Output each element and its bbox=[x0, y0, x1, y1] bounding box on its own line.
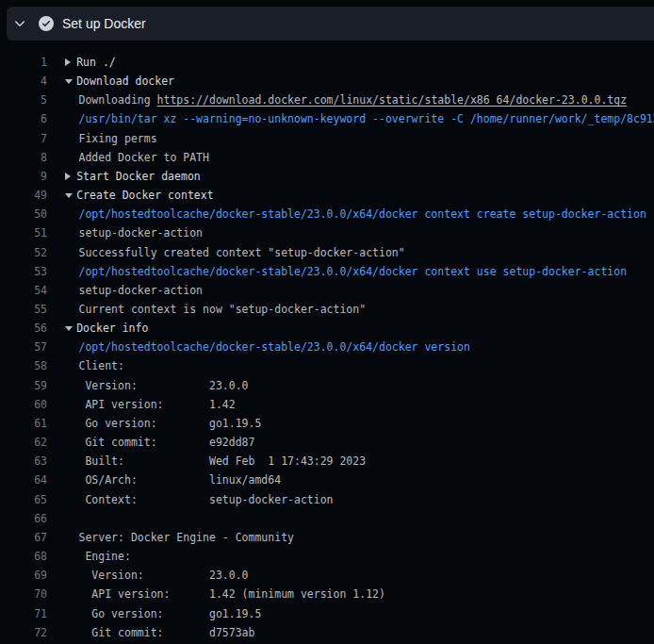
step-header[interactable]: Set up Docker bbox=[7, 7, 654, 41]
line-number[interactable]: 68 bbox=[0, 550, 47, 563]
log-text-segment: Git commit: e92dd87 bbox=[79, 436, 255, 449]
line-number[interactable]: 51 bbox=[0, 226, 47, 239]
group-header[interactable]: Download docker bbox=[65, 74, 174, 88]
group-header[interactable]: Docker info bbox=[65, 322, 148, 335]
triangle-right-icon[interactable] bbox=[65, 58, 76, 66]
log-row: 64 OS/Arch: linux/amd64 bbox=[0, 471, 654, 489]
log-row: 62 Git commit: e92dd87 bbox=[0, 433, 654, 452]
log-text: Current context is now "setup-docker-act… bbox=[79, 303, 367, 316]
log-link[interactable]: https://download.docker.com/linux/static… bbox=[157, 93, 628, 107]
group-title: Start Docker daemon bbox=[76, 170, 201, 183]
line-number[interactable]: 58 bbox=[0, 359, 47, 372]
log-command-text: /usr/bin/tar xz --warning=no-unknown-key… bbox=[79, 112, 654, 125]
group-header[interactable]: Create Docker context bbox=[65, 189, 214, 202]
triangle-down-icon[interactable] bbox=[65, 326, 76, 331]
check-circle-icon bbox=[39, 16, 54, 31]
line-number[interactable]: 54 bbox=[0, 284, 47, 297]
log-text-segment: Current context is now "setup-docker-act… bbox=[79, 303, 367, 316]
log-text-segment: Version: 23.0.0 bbox=[79, 379, 249, 392]
log-text-segment: API version: 1.42 bbox=[79, 398, 236, 411]
log-text: API version: 1.42 (minimum version 1.12) bbox=[79, 587, 385, 601]
group-header[interactable]: Start Docker daemon bbox=[65, 170, 201, 183]
line-number[interactable]: 49 bbox=[0, 189, 47, 202]
line-number[interactable]: 64 bbox=[0, 473, 47, 487]
triangle-down-icon[interactable] bbox=[65, 193, 76, 198]
line-number[interactable]: 1 bbox=[0, 56, 47, 69]
log-text: OS/Arch: linux/amd64 bbox=[79, 473, 282, 487]
log-row: 1Run ./ bbox=[0, 53, 654, 72]
log-text: Context: setup-docker-action bbox=[79, 493, 334, 506]
triangle-right-icon[interactable] bbox=[65, 173, 76, 180]
log-row: 55Current context is now "setup-docker-a… bbox=[0, 300, 654, 319]
line-number[interactable]: 7 bbox=[0, 132, 47, 145]
log-text: API version: 1.42 bbox=[79, 398, 236, 411]
log-row: 8Added Docker to PATH bbox=[0, 148, 654, 167]
log-row: 66 bbox=[0, 509, 654, 528]
log-text-segment: Git commit: d7573ab bbox=[79, 626, 255, 639]
log-row: 5Downloading https://download.docker.com… bbox=[0, 91, 654, 109]
log-row: 58Client: bbox=[0, 356, 654, 375]
log-text: Git commit: e92dd87 bbox=[79, 436, 255, 449]
line-number[interactable]: 55 bbox=[0, 303, 47, 316]
log-text: Go version: go1.19.5 bbox=[79, 417, 262, 430]
line-number[interactable]: 52 bbox=[0, 246, 47, 259]
log-command-text: /opt/hostedtoolcache/docker-stable/23.0.… bbox=[79, 340, 470, 354]
log-row: 67Server: Docker Engine - Community bbox=[0, 528, 654, 547]
log-text: setup-docker-action bbox=[79, 284, 204, 297]
log-text-segment: Fixing perms bbox=[79, 132, 157, 145]
line-number[interactable]: 5 bbox=[0, 93, 47, 107]
log-text-segment: setup-docker-action bbox=[79, 226, 204, 239]
log-command-text: /opt/hostedtoolcache/docker-stable/23.0.… bbox=[79, 265, 628, 278]
log-text: Successfully created context "setup-dock… bbox=[79, 246, 405, 259]
line-number[interactable]: 62 bbox=[0, 436, 47, 449]
line-number[interactable]: 57 bbox=[0, 340, 47, 354]
log-row: 68 Engine: bbox=[0, 547, 654, 566]
log-row: 71 Go version: go1.19.5 bbox=[0, 603, 654, 622]
log-row: 69 Version: 23.0.0 bbox=[0, 566, 654, 585]
line-number[interactable]: 69 bbox=[0, 569, 47, 582]
line-number[interactable]: 59 bbox=[0, 379, 47, 392]
chevron-down-icon[interactable] bbox=[12, 16, 27, 31]
step-title: Set up Docker bbox=[62, 16, 146, 31]
log-text: Client: bbox=[79, 359, 124, 372]
group-title: Docker info bbox=[76, 322, 148, 335]
log-row: 6/usr/bin/tar xz --warning=no-unknown-ke… bbox=[0, 109, 654, 128]
log-text-segment: API version: 1.42 (minimum version 1.12) bbox=[79, 587, 385, 601]
log-row: 56Docker info bbox=[0, 319, 654, 338]
line-number[interactable]: 63 bbox=[0, 454, 47, 468]
log-text-segment: Added Docker to PATH bbox=[79, 151, 209, 164]
line-number[interactable]: 60 bbox=[0, 398, 47, 411]
line-number[interactable]: 50 bbox=[0, 207, 47, 221]
line-number[interactable]: 71 bbox=[0, 607, 47, 620]
log-row: 54setup-docker-action bbox=[0, 281, 654, 300]
group-header[interactable]: Run ./ bbox=[65, 56, 116, 69]
line-number[interactable]: 53 bbox=[0, 265, 47, 278]
line-number[interactable]: 8 bbox=[0, 151, 47, 164]
actions-log-panel: Set up Docker 1Run ./4Download docker5Do… bbox=[0, 0, 654, 644]
log-text-segment: OS/Arch: linux/amd64 bbox=[79, 473, 282, 487]
log-text-segment: Successfully created context "setup-dock… bbox=[79, 246, 405, 259]
line-number[interactable]: 65 bbox=[0, 493, 47, 506]
log-row: 51setup-docker-action bbox=[0, 223, 654, 242]
line-number[interactable]: 66 bbox=[0, 512, 47, 525]
log-text: Server: Docker Engine - Community bbox=[79, 531, 294, 544]
log-row: 49Create Docker context bbox=[0, 186, 654, 205]
log-row: 52Successfully created context "setup-do… bbox=[0, 242, 654, 261]
line-number[interactable]: 70 bbox=[0, 587, 47, 601]
line-number[interactable]: 4 bbox=[0, 74, 47, 88]
line-number[interactable]: 9 bbox=[0, 170, 47, 183]
log-row: 70 API version: 1.42 (minimum version 1.… bbox=[0, 585, 654, 603]
log-text: Fixing perms bbox=[79, 132, 157, 145]
line-number[interactable]: 61 bbox=[0, 417, 47, 430]
log-text: setup-docker-action bbox=[79, 226, 204, 239]
line-number[interactable]: 67 bbox=[0, 531, 47, 544]
line-number[interactable]: 56 bbox=[0, 322, 47, 335]
line-number[interactable]: 72 bbox=[0, 626, 47, 639]
log-row: 50/opt/hostedtoolcache/docker-stable/23.… bbox=[0, 205, 654, 223]
triangle-down-icon[interactable] bbox=[65, 79, 76, 84]
log-row: 9Start Docker daemon bbox=[0, 167, 654, 186]
log-text: Version: 23.0.0 bbox=[79, 379, 249, 392]
line-number[interactable]: 6 bbox=[0, 112, 47, 125]
group-title: Download docker bbox=[76, 74, 174, 88]
log-lines: 1Run ./4Download docker5Downloading http… bbox=[0, 53, 654, 642]
